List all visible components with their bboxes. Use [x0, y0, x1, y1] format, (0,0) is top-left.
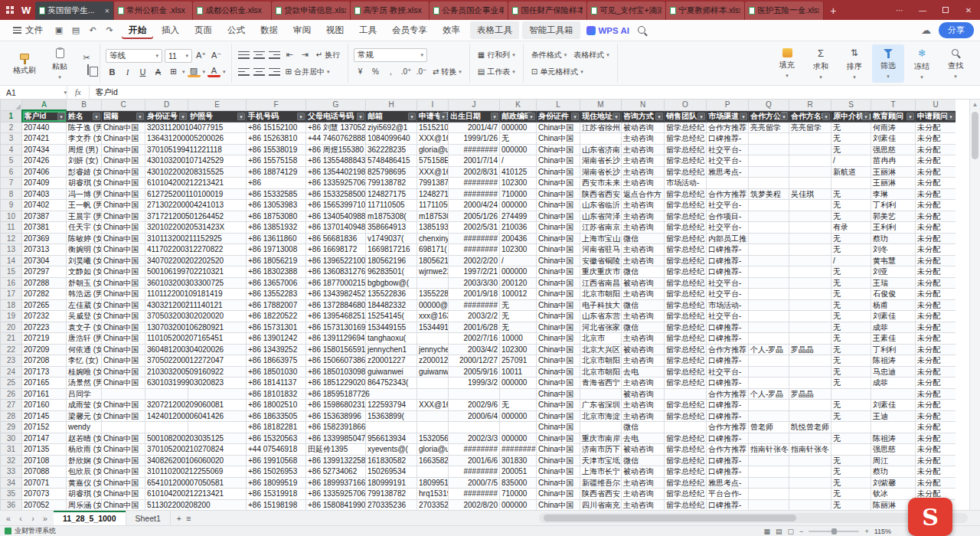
format-painter-button[interactable]: 格式刷 — [8, 44, 41, 83]
cell-M19[interactable]: 山东省东营 — [580, 311, 622, 322]
font-color-button[interactable]: A — [207, 67, 220, 77]
cell-H35[interactable]: 799138782 — [366, 489, 417, 500]
cell-M35[interactable]: 陕西省西安 — [580, 489, 622, 500]
cell-D2[interactable]: 320311200104077915 — [145, 122, 188, 133]
cell-S5[interactable]: / — [831, 155, 871, 167]
cell-G32[interactable]: +86 1399132258 — [306, 455, 366, 466]
cell-B32[interactable]: 舒欣娴 (女 — [67, 455, 102, 466]
cell-O33[interactable]: 留学总经纪 — [665, 466, 707, 478]
cell-G31[interactable]: 田延伶1395 — [306, 444, 366, 456]
cell-O23[interactable]: 留学总经纪 — [665, 355, 707, 367]
cell-B36[interactable]: 周乐涵 (女 — [67, 499, 102, 510]
cell-O32[interactable]: 留学总经纪 — [665, 455, 707, 466]
cell-H24[interactable]: guiwanwei — [366, 366, 417, 377]
cell-A12[interactable]: 207369 — [22, 233, 67, 244]
cell-N9[interactable]: 主动咨询 — [622, 200, 665, 211]
cell-Q18[interactable] — [749, 299, 789, 311]
cell-P23[interactable]: 口碑推荐- — [707, 355, 749, 367]
cell-M27[interactable]: 广东省深圳 — [580, 400, 622, 411]
cell-M21[interactable]: 北京市 — [580, 333, 622, 345]
cell-M12[interactable]: 上海市宝山 — [580, 233, 622, 244]
cell-T28[interactable]: 王迪 — [871, 410, 916, 422]
cell-K13[interactable]: 102300 — [500, 244, 537, 256]
borders-button[interactable]: ⊞ — [167, 66, 180, 78]
cell-Q7[interactable] — [749, 178, 789, 189]
cell-G15[interactable]: +86 1360831276 — [306, 266, 366, 278]
cell-P17[interactable]: 社交平台- — [707, 289, 749, 300]
cell-A7[interactable]: 207409 — [22, 178, 67, 189]
cell-U32[interactable]: 未分配 — [916, 455, 956, 466]
cell-N10[interactable]: 主动咨询 — [622, 211, 665, 222]
cell-I29[interactable] — [417, 422, 449, 433]
print-icon[interactable]: ▤ — [68, 25, 83, 35]
cell-R33[interactable] — [789, 466, 831, 478]
row-number-28[interactable]: 28 — [1, 410, 22, 422]
cell-C11[interactable]: China中国 — [102, 222, 145, 234]
cell-L35[interactable]: China中国 — [537, 489, 580, 500]
row-number-8[interactable]: 8 — [1, 188, 22, 200]
cell-I8[interactable]: 124827175# — [417, 188, 449, 200]
cell-N30[interactable]: 去电 — [622, 433, 665, 444]
cell-R25[interactable] — [789, 377, 831, 389]
cell-P16[interactable]: 社交平台- — [707, 277, 749, 289]
redo-icon[interactable]: ↷ — [102, 25, 117, 35]
find-button[interactable]: 查找▾ — [939, 44, 972, 83]
align-bottom-icon[interactable] — [268, 49, 281, 61]
cell-J9[interactable]: 2000/4/24 — [449, 200, 500, 211]
cell-F31[interactable]: +44 07546918 — [247, 444, 306, 456]
comma-style-icon[interactable]: , — [384, 66, 397, 78]
cell-A17[interactable]: 207282 — [22, 289, 67, 300]
cell-H26[interactable] — [366, 388, 417, 400]
filter-dropdown-icon[interactable]: ▾ — [297, 113, 305, 120]
cell-U6[interactable]: 未分配 — [916, 166, 956, 178]
cell-J24[interactable]: 2005/9/16 — [449, 366, 500, 377]
cell-F21[interactable]: +86 13901242 — [247, 333, 306, 345]
cell-O14[interactable]: 留学总经纪 — [665, 255, 707, 266]
cell-F6[interactable]: +86 18874129 — [247, 166, 306, 178]
row-number-21[interactable]: 21 — [1, 333, 22, 345]
cell-T10[interactable]: 郭美艺 — [871, 211, 916, 222]
cell-K24[interactable]: 10011 — [500, 366, 537, 377]
cell-J28[interactable]: 2000/6/4 — [449, 410, 500, 422]
cell-L2[interactable]: China中国 — [537, 122, 580, 133]
cell-A26[interactable]: 207161 — [22, 388, 67, 400]
cell-H34[interactable]: 180999191 — [366, 477, 417, 489]
cell-K19[interactable]: 无 — [500, 311, 537, 322]
cell-B28[interactable]: 梁馨元 (女 — [67, 410, 102, 422]
cell-O34[interactable]: 留学总经纪 — [665, 477, 707, 489]
cell-K25[interactable]: 000000 — [500, 377, 537, 389]
cut-icon[interactable]: ✂ — [80, 54, 93, 61]
vertical-scrollbar[interactable]: ▲ — [969, 100, 980, 510]
cell-C3[interactable]: China中国 — [102, 133, 145, 145]
cell-I25[interactable] — [417, 377, 449, 389]
cell-N6[interactable]: 主动咨询 — [622, 166, 665, 178]
cell-U30[interactable]: 未分配 — [916, 433, 956, 444]
cell-C6[interactable]: China中国 — [102, 166, 145, 178]
cell-T17[interactable]: 石俊俊 — [871, 289, 916, 300]
cell-D22[interactable]: 360481200304020026 — [145, 344, 188, 355]
cell-K22[interactable]: 102300 — [500, 344, 537, 355]
cell-A6[interactable]: 207406 — [22, 166, 67, 178]
cell-B35[interactable]: 胡睿琪 (女 — [67, 489, 102, 500]
cell-P18[interactable]: 市场活动- — [707, 299, 749, 311]
paste-button[interactable]: 粘贴 ▾ — [44, 44, 76, 83]
cell-Q16[interactable] — [749, 277, 789, 289]
close-button[interactable]: ✕ — [957, 0, 980, 20]
font-size-select[interactable]: 11 ▾ — [165, 49, 192, 63]
cell-C34[interactable]: China中国 — [102, 477, 145, 489]
cell-P22[interactable]: 合作方推荐 — [707, 344, 749, 355]
cell-A32[interactable]: 207108 — [22, 455, 67, 466]
cell-A36[interactable]: 207052 — [22, 499, 67, 510]
name-box[interactable]: A1 ▾ — [0, 86, 67, 99]
cell-O24[interactable]: 留学总经纪 — [665, 366, 707, 377]
cell-J26[interactable] — [449, 388, 500, 400]
cell-H7[interactable]: 799138782 — [366, 178, 417, 189]
cell-N11[interactable]: 主动咨询 — [622, 222, 665, 234]
cell-L9[interactable]: China中国 — [537, 200, 580, 211]
row-number-32[interactable]: 32 — [1, 455, 22, 466]
cell-B9[interactable]: 王一帆 (男 — [67, 200, 102, 211]
cell-M20[interactable]: 河北省张家 — [580, 322, 622, 333]
cell-P24[interactable]: 社交平台- — [707, 366, 749, 377]
cell-R10[interactable] — [789, 211, 831, 222]
cell-J7[interactable]: ######## — [449, 178, 500, 189]
